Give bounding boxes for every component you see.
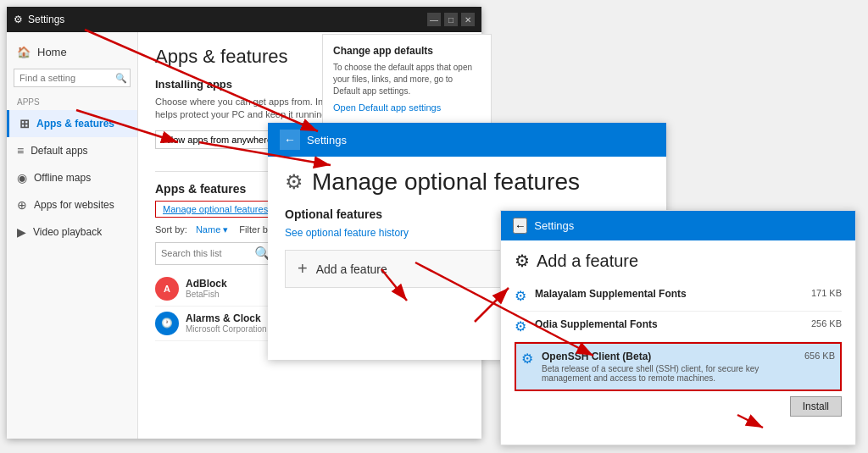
add-plus-icon: + — [298, 259, 308, 279]
adblock-name: AdBlock — [186, 278, 227, 290]
openssh-feature-size: 656 KB — [804, 351, 835, 361]
sort-value[interactable]: Name ▾ — [196, 224, 228, 235]
window-title: Settings — [28, 14, 64, 25]
sidebar-item-home[interactable]: 🏠 Home — [7, 39, 137, 65]
sidebar-item-apps-features[interactable]: ⊞ Apps & features — [7, 110, 137, 137]
maximize-button[interactable]: □ — [444, 13, 458, 26]
install-row: Install — [515, 396, 842, 417]
apps-section-label: Apps — [7, 91, 137, 110]
close-button[interactable]: ✕ — [461, 13, 475, 26]
openssh-feature-desc: Beta release of a secure shell (SSH) cli… — [542, 364, 796, 383]
alarms-sub: Microsoft Corporation — [186, 324, 267, 334]
adblock-sub: BetaFish — [186, 290, 227, 299]
open-default-app-settings-link[interactable]: Open Default app settings — [333, 102, 441, 113]
alarms-name: Alarms & Clock — [186, 312, 267, 324]
minimize-button[interactable]: — — [427, 13, 441, 26]
sidebar-item-apps-websites[interactable]: ⊕ Apps for websites — [7, 191, 137, 218]
openssh-feature-gear-icon: ⚙ — [521, 351, 533, 367]
manage-page-title: ⚙ Manage optional features — [285, 168, 649, 196]
feature-item-openssh[interactable]: ⚙ OpenSSH Client (Beta) Beta release of … — [515, 342, 842, 391]
change-defaults-title: Change app defaults — [333, 45, 481, 57]
feature-item-malayalam[interactable]: ⚙ Malayalam Supplemental Fonts 171 KB — [515, 281, 842, 312]
add-feature-panel-body: ⚙ Add a feature ⚙ Malayalam Supplemental… — [501, 240, 855, 427]
add-feature-label: Add a feature — [316, 262, 387, 276]
odia-feature-gear-icon: ⚙ — [515, 318, 526, 334]
malayalam-feature-size: 171 KB — [811, 288, 842, 298]
adblock-icon: A — [155, 277, 179, 301]
odia-feature-size: 256 KB — [811, 318, 842, 329]
manage-panel-back-button[interactable]: ← — [280, 130, 300, 150]
feature-gear-icon: ⚙ — [515, 288, 526, 304]
sidebar-search-input[interactable] — [14, 69, 131, 87]
manage-optional-features-button[interactable]: Manage optional features — [155, 201, 275, 218]
sidebar-search: 🔍 — [14, 69, 131, 87]
search-list-input[interactable] — [161, 248, 254, 258]
title-bar: ⚙ Settings — □ ✕ — [7, 7, 481, 32]
apps-features-icon: ⊞ — [19, 117, 30, 130]
offline-maps-icon: ◉ — [17, 171, 27, 185]
add-feature-panel-header: ← Settings — [501, 211, 855, 240]
add-feature-gear-icon: ⚙ — [515, 251, 530, 271]
sidebar: 🏠 Home 🔍 Apps ⊞ Apps & features ≡ Defaul… — [7, 32, 138, 439]
add-feature-header-label: Settings — [534, 219, 574, 232]
malayalam-feature-name: Malayalam Supplemental Fonts — [535, 288, 803, 300]
alarms-icon: 🕐 — [155, 312, 179, 335]
manage-panel-header-label: Settings — [307, 134, 347, 146]
search-icon: 🔍 — [115, 73, 127, 84]
see-optional-feature-history-link[interactable]: See optional feature history — [285, 227, 409, 239]
feature-item-odia[interactable]: ⚙ Odia Supplemental Fonts 256 KB — [515, 312, 842, 342]
home-icon: 🏠 — [17, 46, 31, 58]
sidebar-item-offline-maps[interactable]: ◉ Offline maps — [7, 164, 137, 191]
add-feature-panel-title: ⚙ Add a feature — [515, 251, 842, 271]
window-icon: ⚙ — [14, 14, 23, 25]
default-apps-icon: ≡ — [17, 144, 24, 157]
window-controls: — □ ✕ — [427, 13, 475, 26]
openssh-feature-name: OpenSSH Client (Beta) — [542, 351, 796, 362]
add-feature-back-button[interactable]: ← — [513, 218, 527, 234]
video-playback-icon: ▶ — [17, 225, 26, 239]
add-feature-panel: ← Settings ⚙ Add a feature ⚙ Malayalam S… — [500, 210, 856, 445]
odia-feature-name: Odia Supplemental Fonts — [535, 318, 803, 330]
apps-websites-icon: ⊕ — [17, 198, 27, 212]
sidebar-item-video-playback[interactable]: ▶ Video playback — [7, 218, 137, 246]
change-defaults-desc: To choose the default apps that open you… — [333, 62, 481, 97]
manage-gear-icon: ⚙ — [285, 170, 303, 194]
search-this-list: 🔍 — [155, 242, 274, 265]
manage-panel-header: ← Settings — [268, 123, 666, 157]
sort-label: Sort by: — [155, 224, 187, 235]
sidebar-item-default-apps[interactable]: ≡ Default apps — [7, 137, 137, 164]
install-button[interactable]: Install — [790, 396, 842, 417]
